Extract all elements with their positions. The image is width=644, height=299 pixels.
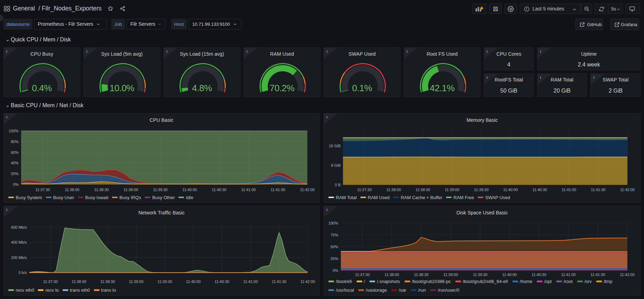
svg-text:11:39:30: 11:39:30 (153, 188, 168, 192)
svg-text:11:38:30: 11:38:30 (414, 273, 429, 277)
svg-text:11:38:00: 11:38:00 (72, 280, 86, 284)
svg-text:0 b/s: 0 b/s (18, 270, 27, 275)
svg-text:11:40:00: 11:40:00 (182, 188, 197, 192)
svg-text:11:41:00: 11:41:00 (562, 187, 577, 191)
svg-text:0%: 0% (333, 268, 338, 273)
svg-text:0 B: 0 B (335, 182, 341, 187)
svg-text:600 Mb/s: 600 Mb/s (11, 225, 27, 229)
svg-text:11:41:00: 11:41:00 (243, 280, 258, 284)
svg-text:11:40:00: 11:40:00 (503, 187, 518, 191)
svg-text:11:42:00: 11:42:00 (300, 188, 315, 192)
svg-text:11:39:30: 11:39:30 (473, 273, 487, 277)
svg-text:11:40:30: 11:40:30 (533, 187, 547, 191)
svg-text:11:41:30: 11:41:30 (271, 188, 285, 192)
svg-text:11:39:30: 11:39:30 (158, 280, 172, 284)
svg-text:11:38:00: 11:38:00 (384, 273, 399, 277)
svg-text:11:38:30: 11:38:30 (94, 188, 109, 192)
svg-text:11:39:00: 11:39:00 (124, 188, 138, 192)
svg-text:16 GiB: 16 GiB (329, 144, 341, 148)
svg-text:100%: 100% (328, 221, 338, 225)
svg-text:60%: 60% (11, 150, 18, 154)
svg-text:11:37:30: 11:37:30 (43, 280, 58, 284)
svg-text:100%: 100% (9, 129, 18, 133)
svg-text:11:37:30: 11:37:30 (357, 187, 372, 191)
svg-text:11:39:00: 11:39:00 (444, 273, 458, 277)
svg-text:11:38:30: 11:38:30 (100, 280, 115, 284)
svg-text:11:38:00: 11:38:00 (387, 187, 401, 191)
svg-text:11:38:00: 11:38:00 (65, 188, 79, 192)
svg-text:11:40:30: 11:40:30 (215, 280, 229, 284)
svg-text:11:41:30: 11:41:30 (272, 280, 286, 284)
svg-text:11:41:00: 11:41:00 (561, 273, 576, 277)
svg-text:11:40:30: 11:40:30 (532, 273, 546, 277)
svg-text:11:39:00: 11:39:00 (445, 187, 460, 191)
svg-text:11:37:30: 11:37:30 (355, 273, 370, 277)
svg-text:11:42:00: 11:42:00 (620, 187, 635, 191)
svg-text:11:38:30: 11:38:30 (416, 187, 430, 191)
svg-text:0%: 0% (13, 182, 18, 187)
svg-text:50%: 50% (331, 245, 338, 249)
svg-text:11:39:00: 11:39:00 (129, 280, 143, 284)
svg-text:11:42:00: 11:42:00 (300, 280, 315, 284)
svg-text:11:41:30: 11:41:30 (591, 187, 606, 191)
svg-text:11:40:30: 11:40:30 (212, 188, 226, 192)
svg-text:8 GiB: 8 GiB (331, 163, 341, 167)
svg-text:25%: 25% (331, 257, 338, 261)
svg-text:11:41:30: 11:41:30 (591, 273, 605, 277)
svg-text:80%: 80% (11, 139, 18, 143)
svg-text:40%: 40% (11, 161, 18, 165)
svg-text:11:37:30: 11:37:30 (35, 188, 50, 192)
svg-text:200 Mb/s: 200 Mb/s (11, 255, 27, 260)
svg-text:11:40:00: 11:40:00 (186, 280, 201, 284)
svg-text:11:41:00: 11:41:00 (241, 188, 256, 192)
svg-text:11:40:00: 11:40:00 (502, 273, 517, 277)
svg-text:20%: 20% (11, 172, 18, 176)
svg-text:11:42:00: 11:42:00 (620, 273, 635, 277)
svg-text:11:39:30: 11:39:30 (474, 187, 489, 191)
svg-text:75%: 75% (331, 233, 338, 237)
svg-text:400 Mb/s: 400 Mb/s (11, 240, 27, 244)
